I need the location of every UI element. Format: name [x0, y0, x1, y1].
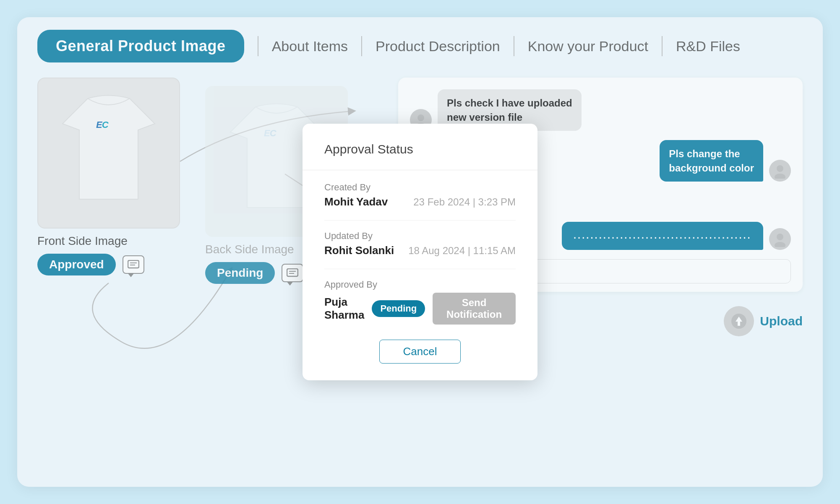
approved-status-badge: Pending: [372, 300, 425, 317]
created-by-date: 23 Feb 2024 | 3:23 PM: [413, 196, 516, 208]
modal-footer: Cancel: [324, 340, 516, 364]
created-by-row: Created By Mohit Yadav 23 Feb 2024 | 3:2…: [324, 182, 516, 208]
main-card: General Product Image About Items Produc…: [17, 17, 823, 487]
approved-by-name: Puja Sharma: [324, 296, 364, 322]
modal-title: Approval Status: [324, 142, 516, 156]
created-by-main: Mohit Yadav 23 Feb 2024 | 3:23 PM: [324, 195, 516, 208]
divider-2: [324, 269, 516, 269]
send-notification-button[interactable]: Send Notification: [433, 293, 516, 325]
updated-by-row: Updated By Rohit Solanki 18 Aug 2024 | 1…: [324, 231, 516, 257]
approved-by-main: Puja Sharma Pending Send Notification: [324, 293, 516, 325]
updated-by-name: Rohit Solanki: [324, 244, 394, 257]
approval-modal: Approval Status Created By Mohit Yadav 2…: [303, 124, 537, 381]
created-by-name: Mohit Yadav: [324, 195, 388, 208]
modal-overlay: Approval Status Created By Mohit Yadav 2…: [17, 17, 823, 487]
approved-by-row: Approved By Puja Sharma Pending Send Not…: [324, 279, 516, 325]
created-by-label: Created By: [324, 182, 516, 193]
cancel-button[interactable]: Cancel: [379, 340, 461, 364]
updated-by-label: Updated By: [324, 231, 516, 242]
modal-divider-top: [303, 170, 537, 171]
updated-by-date: 18 Aug 2024 | 11:15 AM: [408, 245, 516, 257]
approved-by-label: Approved By: [324, 279, 516, 290]
updated-by-main: Rohit Solanki 18 Aug 2024 | 11:15 AM: [324, 244, 516, 257]
divider-1: [324, 220, 516, 221]
